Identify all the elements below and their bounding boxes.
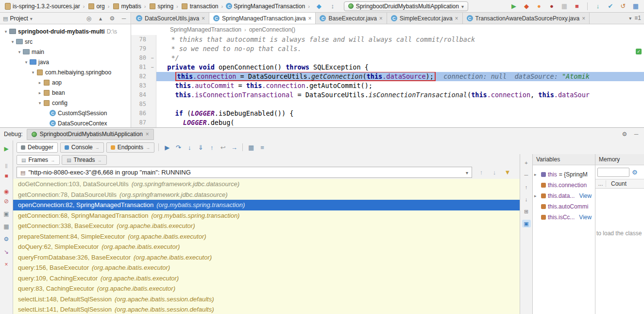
code-line[interactable]: 84 this.isConnectionTransactional = Data…	[131, 90, 644, 100]
pause-button[interactable]: Ⅱ	[1, 162, 11, 171]
tree-item[interactable]: springboot-druid-mybatis-multi D:\s	[0, 26, 131, 36]
chevron-down-icon[interactable]	[23, 60, 29, 65]
inspection-status-icon[interactable]	[636, 49, 642, 54]
editor-tab[interactable]: BaseExecutor.java	[316, 13, 387, 24]
code-line[interactable]: 86 if (LOGGER.isDebugEnabled()) {	[131, 109, 644, 118]
stack-frame[interactable]: getConnection:78, DataSourceUtils(org.sp…	[13, 190, 520, 200]
line-number[interactable]: 84	[131, 90, 149, 100]
settings-gear-icon[interactable]: ⚙	[1, 235, 11, 244]
show-execution-point-icon[interactable]: ▶	[163, 143, 171, 152]
restore-layout-button[interactable]: ▦	[1, 222, 11, 231]
settings-gear-icon[interactable]: ⚙	[621, 130, 628, 138]
chevron-down-icon[interactable]	[466, 169, 468, 176]
chevron-down-icon[interactable]	[30, 70, 36, 75]
chevron-down-icon[interactable]	[10, 39, 16, 44]
commit-button[interactable]: ✔	[606, 2, 615, 11]
project-panel-title[interactable]: Project	[10, 15, 28, 22]
profile-button[interactable]: ◆	[522, 2, 531, 11]
compare-icon[interactable]: ↕	[328, 2, 337, 11]
chevron-down-icon[interactable]	[17, 50, 22, 54]
code-line[interactable]: 85	[131, 100, 644, 109]
close-icon[interactable]	[308, 15, 311, 22]
step-into-icon[interactable]: ↓	[185, 143, 194, 152]
filter-frames-icon[interactable]: ▼	[503, 168, 512, 177]
code-line[interactable]: 80− */	[131, 53, 644, 63]
tree-item[interactable]: java	[0, 57, 131, 67]
chevron-down-icon[interactable]	[629, 15, 631, 21]
view-breakpoints-button[interactable]: ◉	[1, 187, 11, 196]
update-project-button[interactable]: ↓	[593, 2, 602, 11]
variable-row[interactable]: this.data...View	[533, 191, 595, 201]
stack-frame[interactable]: selectList:141, DefaultSqlSession(org.ap…	[13, 304, 520, 314]
stack-frame[interactable]: selectList:148, DefaultSqlSession(org.ap…	[13, 294, 520, 305]
code-line[interactable]: 83 this.autoCommit = this.connection.get…	[131, 81, 644, 90]
step-out-icon[interactable]: ↑	[207, 143, 216, 152]
run-config-selector[interactable]: SpringbootDruidMybatisMultiApplication	[344, 1, 468, 11]
memory-settings-icon[interactable]	[632, 169, 638, 176]
thread-dump-button[interactable]: ▣	[1, 209, 11, 218]
stack-frame[interactable]: getConnection:338, BaseExecutor(org.apac…	[13, 221, 520, 231]
breadcrumb-class[interactable]: SpringManagedTransaction	[170, 26, 241, 33]
chevron-down-icon[interactable]	[30, 15, 33, 22]
code-line[interactable]: 82 this.connection = DataSourceUtils.get…	[131, 72, 644, 81]
view-link[interactable]: View	[579, 214, 592, 221]
breadcrumb-method[interactable]: openConnection()	[249, 26, 295, 33]
code-line[interactable]: 87 LOGGER.debug(	[131, 118, 644, 127]
tree-item[interactable]: aop	[0, 77, 131, 87]
fold-marker[interactable]: −	[149, 63, 156, 72]
tree-item[interactable]: src	[0, 36, 131, 47]
layout-settings-icon[interactable]: ≡	[258, 143, 267, 152]
pin-button[interactable]: ↘	[1, 247, 11, 256]
editor-tab-options[interactable]: ≡1	[629, 15, 641, 21]
stack-frame[interactable]: query:109, CachingExecutor(org.apache.ib…	[13, 273, 520, 284]
variable-row[interactable]: this.isCc...View	[533, 212, 595, 223]
view-link[interactable]: View	[579, 192, 592, 199]
tool-tab-console[interactable]: Console	[60, 142, 104, 153]
breadcrumb-item[interactable]: SpringManagedTransaction	[225, 2, 306, 10]
line-number[interactable]: 83	[131, 81, 149, 90]
tree-item[interactable]: main	[0, 47, 131, 57]
stack-frame[interactable]: queryFromDatabase:326, BaseExecutor(org.…	[13, 252, 520, 263]
show-watches-icon[interactable]: ▣	[522, 220, 531, 227]
force-step-into-icon[interactable]: ⇓	[196, 143, 205, 152]
code-line[interactable]: 79 * so we need to no-op that calls.	[131, 44, 644, 53]
profiler-button[interactable]: ●	[535, 2, 543, 11]
line-number[interactable]: 85	[131, 100, 149, 109]
prev-frame-icon[interactable]: ↑	[477, 168, 486, 177]
memory-count-header[interactable]: Count	[606, 180, 627, 187]
view-tab-threads[interactable]: Threads	[62, 155, 106, 165]
line-number[interactable]: 87	[131, 118, 149, 127]
stack-frame[interactable]: query:83, CachingExecutor(org.apache.iba…	[13, 283, 520, 294]
variable-row[interactable]: this.connection	[533, 180, 595, 191]
close-icon[interactable]	[379, 15, 383, 22]
hide-panel-icon[interactable]: ─	[632, 130, 640, 138]
collapse-all-icon[interactable]: ▴	[97, 15, 104, 22]
stop-button[interactable]: ■	[1, 172, 11, 180]
remove-watch-icon[interactable]: ─	[522, 171, 531, 179]
line-number[interactable]: 78	[131, 35, 149, 44]
tree-item[interactable]: DataSourceContex	[0, 118, 131, 127]
editor-tab[interactable]: SimpleExecutor.java	[387, 13, 463, 24]
duplicate-watch-icon[interactable]: ⊞	[522, 208, 531, 215]
tree-item[interactable]: com.heibaiying.springboo	[0, 67, 131, 77]
services-button[interactable]: ▦	[631, 2, 640, 11]
stack-frame[interactable]: doQuery:62, SimpleExecutor(org.apache.ib…	[13, 242, 520, 252]
close-icon[interactable]	[202, 15, 205, 22]
chevron-right-icon[interactable]	[37, 90, 43, 95]
editor-tab[interactable]: SpringManagedTransaction.java	[209, 13, 316, 24]
editor-tab[interactable]: DataSourceUtils.java	[132, 13, 209, 24]
evaluate-expression-icon[interactable]: ▦	[247, 143, 255, 152]
memory-class-column[interactable]: ...	[595, 180, 606, 187]
record-button[interactable]: ●	[547, 2, 556, 11]
stack-frame[interactable]: doGetConnection:103, DataSourceUtils(org…	[13, 179, 520, 190]
line-number[interactable]: 82	[131, 72, 149, 81]
mute-breakpoints-button[interactable]: ⊘	[1, 197, 11, 206]
stop-button[interactable]: ■	[573, 2, 581, 11]
chevron-right-icon[interactable]	[534, 193, 539, 198]
stack-frame[interactable]: query:156, BaseExecutor(org.apache.ibati…	[13, 262, 520, 273]
breadcrumb-item[interactable]: spring	[148, 2, 174, 10]
breadcrumb-item[interactable]: is-spring-1.3.2-sources.jar	[3, 2, 81, 10]
stack-frame[interactable]: getConnection:68, SpringManagedTransacti…	[13, 210, 520, 221]
breadcrumb-item[interactable]: transaction	[180, 2, 220, 10]
tree-item[interactable]: config	[0, 98, 131, 108]
